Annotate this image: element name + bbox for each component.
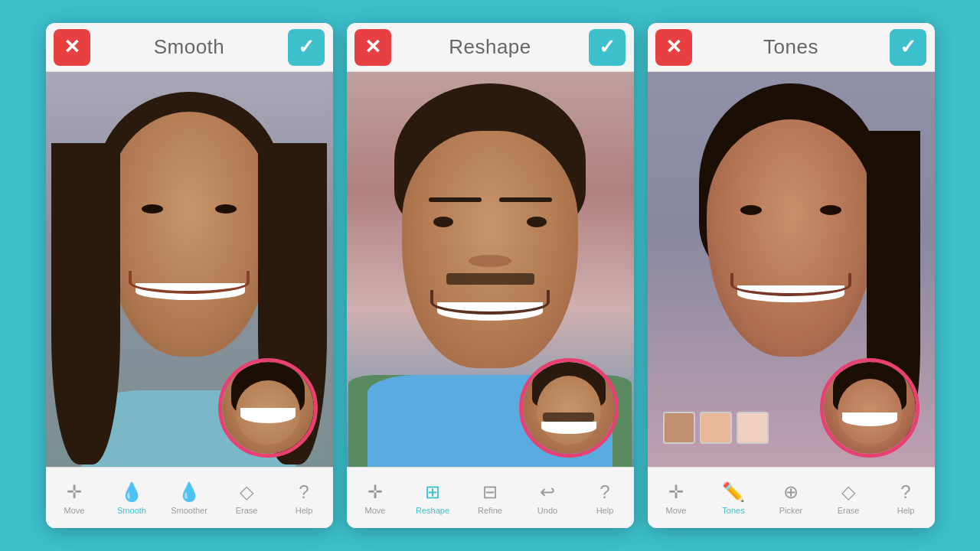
erase-label-1: Erase	[236, 506, 258, 515]
close-button-3[interactable]: ✕	[655, 29, 692, 66]
refine-icon: ⊟	[482, 481, 498, 503]
toolbar-picker[interactable]: ⊕ Picker	[770, 481, 812, 515]
smooth-toolbar: ✛ Move 💧 Smooth 💧 Smoother ◇ Erase ? Hel…	[46, 467, 333, 528]
tone-swatches	[663, 412, 769, 444]
close-button-2[interactable]: ✕	[354, 29, 391, 66]
photo-area-reshape	[347, 72, 634, 467]
tones-icon: ✏️	[722, 481, 745, 503]
panel-title-tones: Tones	[763, 35, 818, 59]
tone-swatch-1[interactable]	[663, 412, 695, 444]
tones-toolbar: ✛ Move ✏️ Tones ⊕ Picker ◇ Erase ? Help	[648, 467, 935, 528]
thumbnail-inner-2	[523, 362, 615, 454]
help-icon-3: ?	[900, 481, 910, 503]
confirm-button-2[interactable]: ✓	[589, 29, 626, 66]
undo-icon: ↩	[540, 481, 555, 503]
panel-title-smooth: Smooth	[154, 35, 225, 59]
tones-header: ✕ Tones ✓	[648, 23, 935, 72]
reshape-panel: ✕ Reshape ✓	[347, 23, 634, 528]
close-button[interactable]: ✕	[54, 29, 90, 66]
tones-panel: ✕ Tones ✓	[648, 23, 935, 528]
toolbar-smooth[interactable]: 💧 Smooth	[111, 481, 153, 515]
smoother-label: Smoother	[171, 506, 207, 515]
move-icon-3: ✛	[668, 481, 684, 503]
toolbar-help-1[interactable]: ? Help	[283, 481, 325, 515]
reshape-header: ✕ Reshape ✓	[347, 23, 634, 72]
reshape-icon: ⊞	[425, 481, 440, 503]
smooth-header: ✕ Smooth ✓	[46, 23, 333, 72]
toolbar-erase-1[interactable]: ◇ Erase	[226, 481, 268, 515]
reshape-toolbar: ✛ Move ⊞ Reshape ⊟ Refine ↩ Undo ? Help	[347, 467, 634, 528]
help-icon-2: ?	[599, 481, 609, 503]
face-3	[707, 119, 875, 357]
erase-icon-1: ◇	[240, 481, 253, 503]
tone-swatch-3[interactable]	[737, 412, 769, 444]
smooth-label: Smooth	[117, 506, 146, 515]
tone-swatch-2[interactable]	[700, 412, 732, 444]
picker-label: Picker	[779, 506, 803, 515]
smooth-icon: 💧	[120, 481, 143, 503]
toolbar-move-1[interactable]: ✛ Move	[54, 481, 96, 515]
help-label-1: Help	[296, 506, 313, 515]
reshape-label: Reshape	[416, 506, 449, 515]
help-label-3: Help	[897, 506, 915, 515]
smoother-icon: 💧	[178, 481, 201, 503]
toolbar-refine[interactable]: ⊟ Refine	[469, 481, 511, 515]
move-icon-1: ✛	[67, 481, 82, 503]
refine-label: Refine	[478, 506, 502, 515]
face-1	[105, 112, 273, 357]
move-label-1: Move	[64, 506, 85, 515]
toolbar-smoother[interactable]: 💧 Smoother	[168, 481, 211, 515]
panel-title-reshape: Reshape	[449, 35, 531, 59]
erase-icon-3: ◇	[841, 481, 855, 503]
help-label-2: Help	[596, 506, 614, 515]
thumbnail-inner-3	[824, 362, 916, 454]
photo-area-tones	[648, 72, 935, 467]
help-icon-1: ?	[299, 481, 309, 503]
toolbar-help-3[interactable]: ? Help	[885, 481, 927, 515]
move-icon-2: ✛	[368, 481, 383, 503]
confirm-button[interactable]: ✓	[288, 29, 325, 66]
tones-label: Tones	[722, 506, 744, 515]
toolbar-reshape[interactable]: ⊞ Reshape	[412, 481, 454, 515]
confirm-button-3[interactable]: ✓	[890, 29, 926, 66]
thumbnail-3	[820, 358, 920, 458]
thumbnail-inner-1	[222, 362, 314, 454]
toolbar-move-3[interactable]: ✛ Move	[655, 481, 697, 515]
undo-label: Undo	[537, 506, 557, 515]
toolbar-move-2[interactable]: ✛ Move	[354, 481, 397, 515]
move-label-2: Move	[365, 506, 386, 515]
thumbnail-2	[519, 358, 619, 458]
face-2	[402, 131, 578, 368]
erase-label-3: Erase	[838, 506, 860, 515]
hair-left-1	[51, 143, 120, 465]
move-label-3: Move	[666, 506, 687, 515]
toolbar-erase-3[interactable]: ◇ Erase	[828, 481, 870, 515]
picker-icon: ⊕	[783, 481, 799, 503]
toolbar-undo[interactable]: ↩ Undo	[527, 481, 569, 515]
thumbnail-1	[218, 358, 318, 458]
toolbar-tones[interactable]: ✏️ Tones	[713, 481, 755, 515]
photo-area-smooth	[46, 72, 333, 467]
toolbar-help-2[interactable]: ? Help	[584, 481, 626, 515]
smooth-panel: ✕ Smooth ✓	[46, 23, 333, 528]
